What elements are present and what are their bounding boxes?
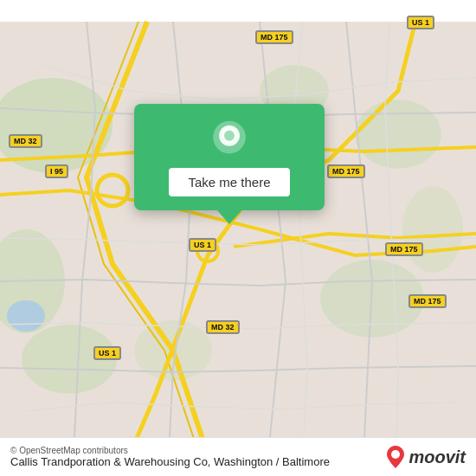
moovit-wordmark: moovit (408, 447, 466, 467)
badge-md32-left: MD 32 (9, 134, 42, 148)
map-container: US 1 MD 175 MD 32 I 95 US 1 MD 175 MD 17… (0, 0, 476, 476)
badge-md175-mid-right: MD 175 (327, 164, 365, 178)
take-me-there-button[interactable]: Take me there (169, 168, 289, 196)
location-title: Callis Trandporation & Warehousing Co, W… (10, 455, 330, 468)
badge-i95: I 95 (45, 164, 68, 178)
svg-point-15 (391, 450, 400, 459)
badge-us1-bottom: US 1 (93, 346, 121, 360)
location-pin-icon (209, 119, 250, 161)
badge-md175-bottom-right: MD 175 (408, 294, 447, 308)
bottom-bar: © OpenStreetMap contributors Callis Tran… (0, 437, 476, 476)
location-popup: Take me there (134, 104, 325, 210)
badge-md175-top: MD 175 (255, 30, 293, 44)
bottom-info: © OpenStreetMap contributors Callis Tran… (10, 446, 330, 468)
moovit-pin-icon (386, 445, 405, 469)
moovit-logo: moovit (386, 445, 466, 469)
badge-us1-top: US 1 (407, 16, 434, 29)
badge-md175-right: MD 175 (385, 242, 423, 256)
badge-md32-bottom: MD 32 (206, 320, 240, 334)
badge-us1-mid: US 1 (189, 238, 216, 252)
svg-point-9 (7, 300, 45, 331)
svg-point-5 (355, 100, 441, 169)
map-background (0, 0, 476, 476)
svg-point-8 (402, 186, 463, 273)
osm-attribution: © OpenStreetMap contributors (10, 446, 330, 455)
